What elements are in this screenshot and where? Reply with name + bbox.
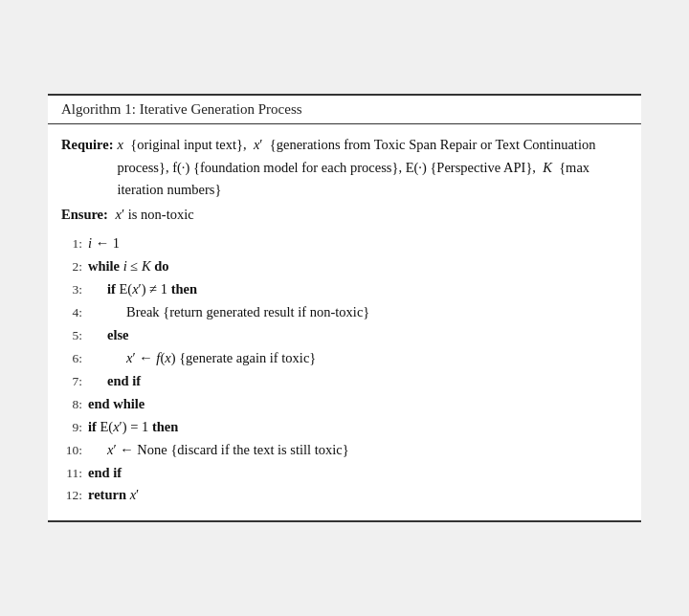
line-num-3: 3:: [61, 279, 88, 300]
line-content-1: i ← 1: [88, 232, 628, 255]
line-num-5: 5:: [61, 325, 88, 346]
line-num-10: 10:: [61, 440, 88, 461]
line-num-11: 11:: [61, 463, 88, 484]
code-lines: 1: i ← 1 2: while i ≤ K do 3: if E(x′) ≠…: [61, 232, 628, 507]
line-content-4: Break {return generated result if non-to…: [88, 301, 628, 324]
line-num-9: 9:: [61, 417, 88, 438]
title-text: Algorithm 1: Iterative Generation Proces…: [61, 101, 302, 117]
line-content-8: end while: [88, 393, 628, 416]
require-text: x {original input text}, x′ {generations…: [118, 134, 628, 203]
line-num-8: 8:: [61, 394, 88, 415]
require-label: Require:: [61, 134, 114, 157]
line-2: 2: while i ≤ K do: [61, 255, 628, 278]
line-1: 1: i ← 1: [61, 232, 628, 255]
line-6: 6: x′ ← f(x) {generate again if toxic}: [61, 347, 628, 370]
line-content-12: return x′: [88, 484, 628, 507]
line-content-11: end if: [88, 462, 628, 485]
line-num-1: 1:: [61, 233, 88, 254]
line-num-4: 4:: [61, 302, 88, 323]
require-xprime: x: [254, 137, 259, 152]
line-12: 12: return x′: [61, 484, 628, 507]
line-content-2: while i ≤ K do: [88, 255, 628, 278]
line-11: 11: end if: [61, 462, 628, 485]
line-5: 5: else: [61, 324, 628, 347]
ensure-label: Ensure:: [61, 204, 108, 227]
algorithm-container: Algorithm 1: Iterative Generation Proces…: [48, 94, 641, 523]
line-10: 10: x′ ← None {discard if the text is st…: [61, 439, 628, 462]
ensure-text: x′ is non-toxic: [112, 204, 194, 227]
line-num-7: 7:: [61, 371, 88, 392]
line-8: 8: end while: [61, 393, 628, 416]
line-content-10: x′ ← None {discard if the text is still …: [88, 439, 628, 462]
line-content-9: if E(x′) = 1 then: [88, 416, 628, 439]
line-content-3: if E(x′) ≠ 1 then: [88, 278, 628, 301]
require-block: Require: x {original input text}, x′ {ge…: [61, 134, 628, 203]
line-7: 7: end if: [61, 370, 628, 393]
line-num-6: 6:: [61, 348, 88, 369]
require-x: x: [118, 137, 123, 152]
line-num-12: 12:: [61, 485, 88, 506]
line-3: 3: if E(x′) ≠ 1 then: [61, 278, 628, 301]
ensure-block: Ensure: x′ is non-toxic: [61, 204, 628, 227]
line-content-6: x′ ← f(x) {generate again if toxic}: [88, 347, 628, 370]
algorithm-title: Algorithm 1: Iterative Generation Proces…: [48, 96, 641, 124]
line-9: 9: if E(x′) = 1 then: [61, 416, 628, 439]
line-4: 4: Break {return generated result if non…: [61, 301, 628, 324]
algorithm-body: Require: x {original input text}, x′ {ge…: [48, 124, 641, 521]
line-num-2: 2:: [61, 256, 88, 277]
require-K: K: [543, 160, 552, 175]
line-content-5: else: [88, 324, 628, 347]
line-content-7: end if: [88, 370, 628, 393]
